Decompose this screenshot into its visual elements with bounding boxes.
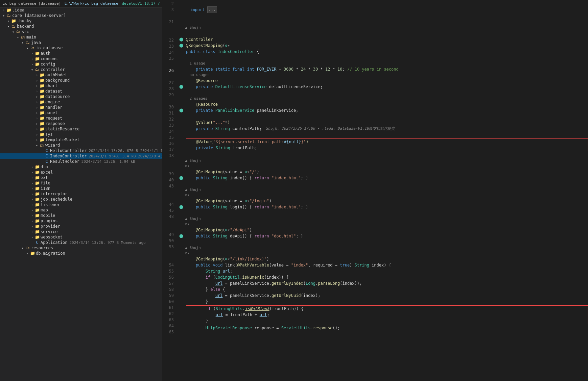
code-line: @Resource <box>179 78 588 84</box>
tree-item-engine[interactable]: 📁 engine <box>0 99 162 105</box>
tree-item-husky[interactable]: 📁 .husky <box>0 18 162 24</box>
tree-item-request[interactable]: 📁 request <box>0 116 162 121</box>
code-text-area[interactable]: import ... ▲ Shujh ⬤ @Controller ⬤ @Requ… <box>177 0 588 381</box>
code-line: url = frontPath + url; <box>186 312 588 318</box>
git-blame-line: ▲ Shujh <box>179 25 588 30</box>
arrow-icon <box>34 79 39 82</box>
tree-item-core[interactable]: 🗂 core [dataease-server] <box>0 13 162 18</box>
tree-label: background <box>45 78 70 83</box>
tree-item-authModel[interactable]: 📁 authModel <box>0 72 162 78</box>
tree-label: panel <box>45 110 57 115</box>
tree-item-handler[interactable]: 📁 handler <box>0 105 162 110</box>
tree-label: websocket <box>41 235 63 239</box>
tree-item-main[interactable]: 🗂 main <box>0 34 162 40</box>
arrow-icon <box>30 62 34 66</box>
arrow-icon <box>34 122 39 126</box>
tree-item-auth[interactable]: 📁 auth <box>0 51 162 56</box>
code-line <box>179 13 588 19</box>
tree-item-excel[interactable]: 📁 excel <box>0 170 162 175</box>
tree-item-datasource[interactable]: 📁 datasource <box>0 94 162 99</box>
tree-label: excel <box>41 170 53 175</box>
tree-item-src[interactable]: 🗂 src <box>0 29 162 34</box>
arrow-icon <box>30 230 34 234</box>
folder-icon: 🗂 <box>30 46 35 50</box>
folder-icon: 📁 <box>39 105 45 110</box>
tree-item-mobile[interactable]: 📁 mobile <box>0 213 162 218</box>
arrow-icon <box>1 8 6 12</box>
tree-item-IndexController[interactable]: C IndexController 2024/3/1 9:43, 3.4 kB … <box>0 153 162 159</box>
tree-label: request <box>45 116 63 121</box>
arrow-icon <box>1 14 6 18</box>
tree-item-response[interactable]: 📁 response <box>0 121 162 126</box>
expand-imports-button[interactable]: ... <box>207 6 217 13</box>
tree-item-config[interactable]: 📁 config <box>0 61 162 67</box>
tree-item-map[interactable]: 📁 map <box>0 207 162 213</box>
arrow-icon <box>25 46 30 50</box>
tree-item-controller[interactable]: 🗂 controller <box>0 67 162 72</box>
folder-icon: 📁 <box>30 251 35 256</box>
tree-item-java[interactable]: 🗂 java <box>0 40 162 45</box>
folder-icon: 📁 <box>11 19 16 23</box>
tree-label: authModel <box>45 73 67 77</box>
tree-item-chart[interactable]: 📁 chart <box>0 83 162 88</box>
tree-item-listener[interactable]: 📁 listener <box>0 202 162 207</box>
tree-item-staticResource[interactable]: 📁 staticResource <box>0 126 162 132</box>
tree-item-dataset[interactable]: 📁 dataset <box>0 88 162 94</box>
tree-item-backend[interactable]: 🗂 backend <box>0 24 162 29</box>
tree-item-Application[interactable]: C Application 2024/3/14 13:26, 977 B Mom… <box>0 240 162 245</box>
tree-label: dataset <box>45 89 63 94</box>
expand-line: ⊕▾ <box>179 222 588 227</box>
tree-item-resources[interactable]: 🗂 resources <box>0 245 162 251</box>
tree-item-templateMarket[interactable]: 📁 templateMarket <box>0 137 162 143</box>
arrow-icon <box>11 30 16 34</box>
tree-item-sys[interactable]: 📁 sys <box>0 132 162 137</box>
tree-item-wizard[interactable]: 🗂 wizard <box>0 143 162 148</box>
arrow-icon <box>16 35 20 39</box>
tree-label: Application <box>41 240 67 245</box>
arrow-icon <box>30 171 34 174</box>
editor-content-area[interactable]: 2 3 21 22 23 24 25 26 27 28 29 30 31 32 … <box>162 0 588 381</box>
code-line: ⬤ @Controller <box>179 36 588 43</box>
tree-item-websocket[interactable]: 📁 websocket <box>0 234 162 240</box>
tree-label: staticResource <box>45 127 79 131</box>
tree-item-file[interactable]: 📁 file <box>0 180 162 186</box>
tree-item-interceptor[interactable]: 📁 interceptor <box>0 191 162 197</box>
code-line: ⬤ @RequestMapping(⊕▾ <box>179 43 588 49</box>
arrow-icon <box>6 25 11 28</box>
code-line <box>179 19 588 25</box>
git-blame-line: ▲ Shujh <box>179 216 588 222</box>
expand-line: ⊕▾ <box>179 251 588 256</box>
arrow-icon <box>30 198 34 201</box>
tree-item-i18n[interactable]: 📁 i18n <box>0 186 162 191</box>
arrow-icon <box>30 208 34 212</box>
folder-icon: 📁 <box>34 202 40 207</box>
tree-item-background[interactable]: 📁 background <box>0 78 162 83</box>
folder-icon: 📁 <box>34 181 40 185</box>
code-line: } <box>186 318 588 324</box>
code-line <box>179 1 588 7</box>
tree-label: .idea <box>12 8 24 12</box>
code-line: ⬤ private PanelLinkService panelLinkServ… <box>179 107 588 113</box>
code-line: @Value("${server.servlet.front-path:#{nu… <box>186 139 588 145</box>
tree-label: main <box>26 35 36 40</box>
folder-icon: 🗂 <box>25 246 30 250</box>
tree-item-commons[interactable]: 📁 commons <box>0 56 162 61</box>
tree-item-io-dataease[interactable]: 🗂 io.dataease <box>0 45 162 51</box>
arrow-icon <box>34 90 39 93</box>
tree-item-idea[interactable]: 📁 .idea <box>0 7 162 13</box>
tree-item-ext[interactable]: 📁 ext <box>0 175 162 180</box>
arrow-icon <box>30 68 34 72</box>
tree-item-service[interactable]: 📁 service <box>0 229 162 234</box>
tree-item-db-migration[interactable]: 📁 db.migration <box>0 251 162 256</box>
tree-item-ResultHolder[interactable]: C ResultHolder 2024/3/14 13:26, 1.94 kB <box>0 159 162 164</box>
arrow-icon <box>6 19 11 23</box>
file-tree-sidebar[interactable]: zc-bsg-dataease [dataease] E:\AWork\zc-b… <box>0 0 162 381</box>
tree-item-panel[interactable]: 📁 panel <box>0 110 162 116</box>
tree-item-provider[interactable]: 📁 provider <box>0 224 162 229</box>
code-line: url = panelLinkService.getUrlByIndex(Lon… <box>179 280 588 286</box>
tree-item-HelloController[interactable]: C HelloController 2024/3/14 13:26, 670 B… <box>0 148 162 153</box>
tree-item-plugins[interactable]: 📁 plugins <box>0 218 162 224</box>
tree-item-dto[interactable]: 📁 dto <box>0 164 162 170</box>
code-line: if (StringUtils.isNotBlank(frontPath)) { <box>186 306 588 312</box>
tree-item-job-sechedule[interactable]: 📁 job.sechedule <box>0 197 162 202</box>
